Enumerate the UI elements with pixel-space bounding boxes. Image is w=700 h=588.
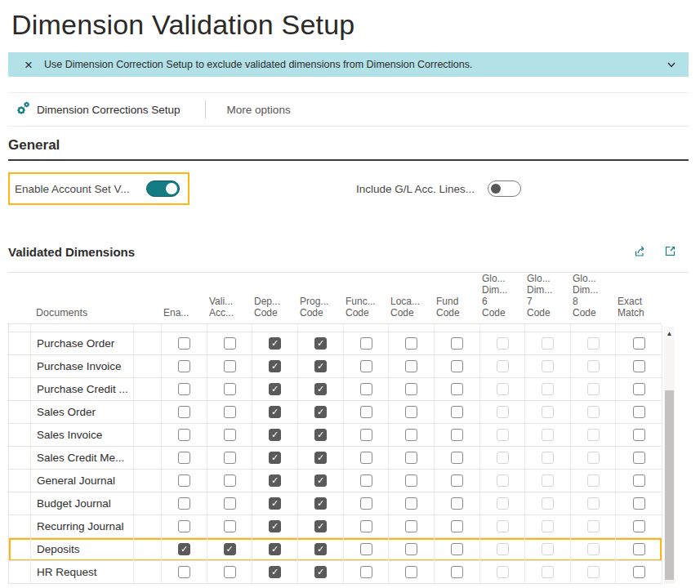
row-selector-cell[interactable] xyxy=(9,424,31,447)
checkbox-fund-code[interactable] xyxy=(451,429,463,441)
checkbox-program-code[interactable]: ✓ xyxy=(314,360,327,372)
share-icon[interactable] xyxy=(633,244,648,258)
checkbox-program-code[interactable]: ✓ xyxy=(314,543,327,555)
checkbox-dept-code[interactable]: ✓ xyxy=(269,520,281,532)
checkbox-program-code[interactable]: ✓ xyxy=(314,452,327,464)
checkbox-function-code[interactable] xyxy=(360,360,372,372)
checkbox-fund-code[interactable] xyxy=(451,406,463,418)
chevron-down-icon[interactable] xyxy=(666,59,677,70)
checkbox-exact-match[interactable] xyxy=(633,543,645,555)
checkbox-validate-account[interactable] xyxy=(224,452,236,464)
checkbox-location-code[interactable] xyxy=(405,337,417,350)
checkbox-function-code[interactable] xyxy=(360,452,372,464)
checkbox-exact-match[interactable] xyxy=(633,566,645,578)
document-cell[interactable]: Purchase Credit ... xyxy=(31,378,134,401)
document-cell[interactable]: Budget Journal xyxy=(31,492,134,515)
checkbox-dept-code[interactable]: ✓ xyxy=(269,452,281,464)
checkbox-validate-account[interactable] xyxy=(224,406,236,418)
checkbox-validate-account[interactable] xyxy=(224,429,236,441)
checkbox-location-code[interactable] xyxy=(405,543,417,555)
checkbox-dept-code[interactable]: ✓ xyxy=(269,337,281,350)
checkbox-exact-match[interactable] xyxy=(633,360,645,372)
row-selector-cell[interactable] xyxy=(9,515,31,538)
checkbox-function-code[interactable] xyxy=(360,543,372,555)
checkbox-exact-match[interactable] xyxy=(633,383,645,395)
document-cell[interactable]: Purchase Invoice xyxy=(31,355,134,378)
document-cell[interactable]: Recurring Journal xyxy=(31,515,134,538)
checkbox-validate-account[interactable] xyxy=(224,383,236,395)
checkbox-exact-match[interactable] xyxy=(633,406,645,418)
checkbox-dept-code[interactable]: ✓ xyxy=(269,383,281,395)
checkbox-validate-account[interactable] xyxy=(224,497,236,510)
checkbox-validate-account[interactable] xyxy=(224,566,236,578)
checkbox-function-code[interactable] xyxy=(360,406,372,418)
checkbox-function-code[interactable] xyxy=(360,429,372,441)
include-gl-acc-toggle[interactable] xyxy=(488,180,521,197)
row-selector-cell[interactable] xyxy=(9,355,31,378)
checkbox-enabled[interactable] xyxy=(178,497,190,510)
checkbox-dept-code[interactable]: ✓ xyxy=(269,429,281,441)
expand-icon[interactable] xyxy=(663,244,677,258)
column-header-global-dim-6-code[interactable]: Glo...Dim...6Code xyxy=(479,273,524,324)
checkbox-fund-code[interactable] xyxy=(451,520,463,532)
checkbox-function-code[interactable] xyxy=(360,337,372,350)
column-header-validate-account[interactable]: Vali...Acc... xyxy=(207,273,252,324)
document-cell[interactable]: HR Request xyxy=(31,561,134,584)
checkbox-validate-account[interactable] xyxy=(224,337,236,350)
column-header-function-code[interactable]: Func...Code xyxy=(343,273,388,324)
checkbox-enabled[interactable] xyxy=(178,383,190,395)
checkbox-enabled[interactable] xyxy=(178,566,190,578)
checkbox-enabled[interactable] xyxy=(178,337,190,350)
checkbox-dept-code[interactable]: ✓ xyxy=(269,497,281,510)
checkbox-location-code[interactable] xyxy=(405,360,417,372)
row-selector-cell[interactable] xyxy=(9,492,31,515)
column-header-enabled[interactable]: Ena... xyxy=(161,273,207,324)
document-cell[interactable]: Sales Invoice xyxy=(31,424,134,447)
checkbox-fund-code[interactable] xyxy=(451,543,463,555)
checkbox-program-code[interactable]: ✓ xyxy=(314,406,327,418)
checkbox-exact-match[interactable] xyxy=(633,474,645,487)
checkbox-enabled[interactable]: ✓ xyxy=(178,543,190,555)
checkbox-enabled[interactable] xyxy=(178,520,190,532)
row-selector-cell[interactable] xyxy=(9,538,31,561)
checkbox-program-code[interactable]: ✓ xyxy=(314,497,327,510)
checkbox-location-code[interactable] xyxy=(405,406,417,418)
checkbox-validate-account[interactable] xyxy=(224,474,236,487)
checkbox-fund-code[interactable] xyxy=(451,497,463,510)
checkbox-function-code[interactable] xyxy=(360,474,372,487)
checkbox-program-code[interactable]: ✓ xyxy=(314,383,327,395)
checkbox-dept-code[interactable]: ✓ xyxy=(269,566,281,578)
row-selector-cell[interactable] xyxy=(9,378,31,401)
vertical-scrollbar[interactable]: ▲ xyxy=(664,327,675,584)
checkbox-fund-code[interactable] xyxy=(451,383,463,395)
checkbox-dept-code[interactable]: ✓ xyxy=(269,406,281,418)
column-header-global-dim-8-code[interactable]: Glo...Dim...8Code xyxy=(570,273,615,324)
document-cell[interactable]: General Journal xyxy=(31,470,134,492)
enable-account-set-toggle[interactable] xyxy=(146,180,180,197)
checkbox-enabled[interactable] xyxy=(178,474,190,487)
checkbox-enabled[interactable] xyxy=(178,406,190,418)
checkbox-function-code[interactable] xyxy=(360,497,372,510)
column-header-program-code[interactable]: Prog...Code xyxy=(297,273,343,324)
checkbox-program-code[interactable]: ✓ xyxy=(314,429,327,441)
row-selector-cell[interactable] xyxy=(9,561,31,584)
checkbox-exact-match[interactable] xyxy=(633,429,645,441)
checkbox-enabled[interactable] xyxy=(178,360,190,372)
checkbox-exact-match[interactable] xyxy=(633,497,645,510)
checkbox-location-code[interactable] xyxy=(405,520,417,532)
checkbox-program-code[interactable]: ✓ xyxy=(314,337,327,350)
row-selector-cell[interactable] xyxy=(9,332,31,355)
checkbox-enabled[interactable] xyxy=(178,452,190,464)
checkbox-function-code[interactable] xyxy=(360,520,372,532)
scrollbar-thumb[interactable] xyxy=(665,390,674,580)
checkbox-location-code[interactable] xyxy=(405,383,417,395)
row-selector-cell[interactable] xyxy=(9,447,31,470)
checkbox-dept-code[interactable]: ✓ xyxy=(269,543,281,555)
checkbox-location-code[interactable] xyxy=(405,566,417,578)
checkbox-enabled[interactable] xyxy=(178,429,190,441)
checkbox-program-code[interactable]: ✓ xyxy=(314,520,327,532)
row-selector-cell[interactable] xyxy=(9,401,31,424)
checkbox-fund-code[interactable] xyxy=(451,452,463,464)
column-header-fund-code[interactable]: FundCode xyxy=(434,273,479,324)
checkbox-exact-match[interactable] xyxy=(633,337,645,350)
